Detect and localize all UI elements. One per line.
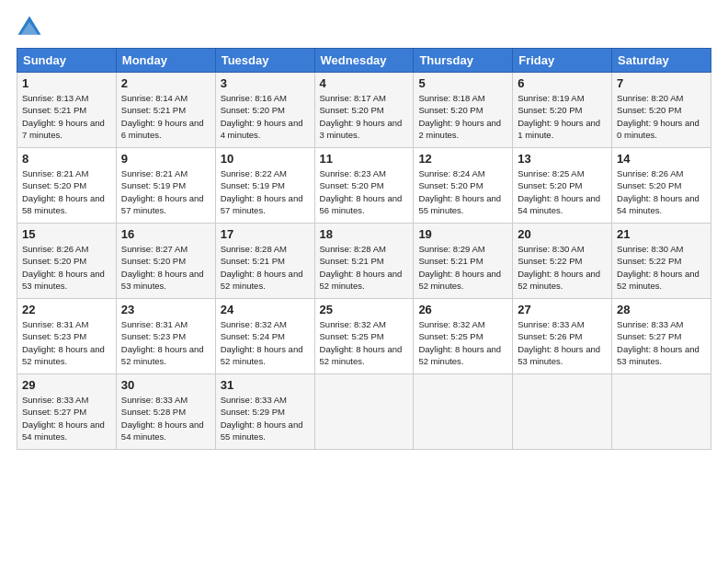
day-number: 1 xyxy=(22,76,111,90)
day-number: 12 xyxy=(418,152,507,166)
day-cell-1: 1 Sunrise: 8:13 AM Sunset: 5:21 PM Dayli… xyxy=(17,73,117,148)
day-number: 30 xyxy=(121,378,210,392)
empty-cell xyxy=(513,374,612,450)
weekday-header-saturday: Saturday xyxy=(612,49,711,73)
day-info: Sunrise: 8:21 AM Sunset: 5:19 PM Dayligh… xyxy=(121,167,210,216)
day-cell-15: 15 Sunrise: 8:26 AM Sunset: 5:20 PM Dayl… xyxy=(17,224,117,299)
day-info: Sunrise: 8:32 AM Sunset: 5:25 PM Dayligh… xyxy=(418,318,507,367)
weekday-header-wednesday: Wednesday xyxy=(314,49,414,73)
day-number: 21 xyxy=(617,227,706,241)
day-number: 2 xyxy=(121,76,210,90)
day-number: 31 xyxy=(221,378,310,392)
day-number: 3 xyxy=(221,76,310,90)
day-cell-29: 29 Sunrise: 8:33 AM Sunset: 5:27 PM Dayl… xyxy=(17,374,117,450)
day-info: Sunrise: 8:30 AM Sunset: 5:22 PM Dayligh… xyxy=(518,243,607,292)
day-cell-27: 27 Sunrise: 8:33 AM Sunset: 5:26 PM Dayl… xyxy=(513,299,612,374)
day-number: 19 xyxy=(418,227,507,241)
day-info: Sunrise: 8:20 AM Sunset: 5:20 PM Dayligh… xyxy=(617,92,706,141)
day-cell-6: 6 Sunrise: 8:19 AM Sunset: 5:20 PM Dayli… xyxy=(513,73,612,148)
day-number: 16 xyxy=(121,227,210,241)
day-info: Sunrise: 8:14 AM Sunset: 5:21 PM Dayligh… xyxy=(121,92,210,141)
empty-cell xyxy=(612,374,711,450)
day-number: 15 xyxy=(22,227,111,241)
day-cell-26: 26 Sunrise: 8:32 AM Sunset: 5:25 PM Dayl… xyxy=(414,299,513,374)
day-info: Sunrise: 8:32 AM Sunset: 5:25 PM Dayligh… xyxy=(320,318,409,367)
day-info: Sunrise: 8:32 AM Sunset: 5:24 PM Dayligh… xyxy=(221,318,310,367)
weekday-header-friday: Friday xyxy=(513,49,612,73)
day-info: Sunrise: 8:23 AM Sunset: 5:20 PM Dayligh… xyxy=(320,167,409,216)
day-cell-24: 24 Sunrise: 8:32 AM Sunset: 5:24 PM Dayl… xyxy=(215,299,314,374)
day-cell-17: 17 Sunrise: 8:28 AM Sunset: 5:21 PM Dayl… xyxy=(215,224,314,299)
day-info: Sunrise: 8:33 AM Sunset: 5:26 PM Dayligh… xyxy=(518,318,607,367)
weekday-header-row: SundayMondayTuesdayWednesdayThursdayFrid… xyxy=(17,49,711,73)
calendar-week-4: 22 Sunrise: 8:31 AM Sunset: 5:23 PM Dayl… xyxy=(17,299,711,374)
day-info: Sunrise: 8:24 AM Sunset: 5:20 PM Dayligh… xyxy=(418,167,507,216)
day-cell-11: 11 Sunrise: 8:23 AM Sunset: 5:20 PM Dayl… xyxy=(314,148,414,224)
day-cell-22: 22 Sunrise: 8:31 AM Sunset: 5:23 PM Dayl… xyxy=(17,299,117,374)
day-info: Sunrise: 8:33 AM Sunset: 5:28 PM Dayligh… xyxy=(121,394,210,442)
day-info: Sunrise: 8:25 AM Sunset: 5:20 PM Dayligh… xyxy=(518,167,607,216)
day-info: Sunrise: 8:33 AM Sunset: 5:27 PM Dayligh… xyxy=(22,394,111,442)
day-number: 9 xyxy=(121,152,210,166)
day-cell-28: 28 Sunrise: 8:33 AM Sunset: 5:27 PM Dayl… xyxy=(612,299,711,374)
day-cell-20: 20 Sunrise: 8:30 AM Sunset: 5:22 PM Dayl… xyxy=(513,224,612,299)
day-number: 23 xyxy=(121,303,210,316)
calendar-table: SundayMondayTuesdayWednesdayThursdayFrid… xyxy=(17,48,711,450)
day-number: 29 xyxy=(22,378,111,392)
day-cell-14: 14 Sunrise: 8:26 AM Sunset: 5:20 PM Dayl… xyxy=(612,148,711,224)
day-number: 22 xyxy=(22,303,111,316)
page: SundayMondayTuesdayWednesdayThursdayFrid… xyxy=(0,0,728,563)
day-number: 17 xyxy=(221,227,310,241)
day-info: Sunrise: 8:16 AM Sunset: 5:20 PM Dayligh… xyxy=(221,92,310,141)
day-info: Sunrise: 8:18 AM Sunset: 5:20 PM Dayligh… xyxy=(418,92,507,141)
day-cell-7: 7 Sunrise: 8:20 AM Sunset: 5:20 PM Dayli… xyxy=(612,73,711,148)
weekday-header-sunday: Sunday xyxy=(17,49,117,73)
day-cell-10: 10 Sunrise: 8:22 AM Sunset: 5:19 PM Dayl… xyxy=(215,148,314,224)
day-info: Sunrise: 8:17 AM Sunset: 5:20 PM Dayligh… xyxy=(320,92,409,141)
day-cell-8: 8 Sunrise: 8:21 AM Sunset: 5:20 PM Dayli… xyxy=(17,148,117,224)
day-number: 8 xyxy=(22,152,111,166)
day-number: 24 xyxy=(221,303,310,316)
day-cell-21: 21 Sunrise: 8:30 AM Sunset: 5:22 PM Dayl… xyxy=(612,224,711,299)
day-number: 6 xyxy=(518,76,607,90)
day-info: Sunrise: 8:21 AM Sunset: 5:20 PM Dayligh… xyxy=(22,167,111,216)
day-cell-2: 2 Sunrise: 8:14 AM Sunset: 5:21 PM Dayli… xyxy=(116,73,215,148)
day-number: 14 xyxy=(617,152,706,166)
day-info: Sunrise: 8:29 AM Sunset: 5:21 PM Dayligh… xyxy=(418,243,507,292)
logo xyxy=(17,15,46,40)
day-info: Sunrise: 8:31 AM Sunset: 5:23 PM Dayligh… xyxy=(121,318,210,367)
day-info: Sunrise: 8:28 AM Sunset: 5:21 PM Dayligh… xyxy=(221,243,310,292)
day-info: Sunrise: 8:28 AM Sunset: 5:21 PM Dayligh… xyxy=(320,243,409,292)
day-info: Sunrise: 8:26 AM Sunset: 5:20 PM Dayligh… xyxy=(22,243,111,292)
day-number: 27 xyxy=(518,303,607,316)
day-number: 18 xyxy=(320,227,409,241)
day-info: Sunrise: 8:26 AM Sunset: 5:20 PM Dayligh… xyxy=(617,167,706,216)
day-info: Sunrise: 8:33 AM Sunset: 5:27 PM Dayligh… xyxy=(617,318,706,367)
day-cell-30: 30 Sunrise: 8:33 AM Sunset: 5:28 PM Dayl… xyxy=(116,374,215,450)
calendar-week-5: 29 Sunrise: 8:33 AM Sunset: 5:27 PM Dayl… xyxy=(17,374,711,450)
day-cell-23: 23 Sunrise: 8:31 AM Sunset: 5:23 PM Dayl… xyxy=(116,299,215,374)
day-info: Sunrise: 8:19 AM Sunset: 5:20 PM Dayligh… xyxy=(518,92,607,141)
day-cell-16: 16 Sunrise: 8:27 AM Sunset: 5:20 PM Dayl… xyxy=(116,224,215,299)
day-cell-4: 4 Sunrise: 8:17 AM Sunset: 5:20 PM Dayli… xyxy=(314,73,414,148)
day-number: 25 xyxy=(320,303,409,316)
day-cell-19: 19 Sunrise: 8:29 AM Sunset: 5:21 PM Dayl… xyxy=(414,224,513,299)
day-cell-13: 13 Sunrise: 8:25 AM Sunset: 5:20 PM Dayl… xyxy=(513,148,612,224)
day-number: 4 xyxy=(320,76,409,90)
day-cell-31: 31 Sunrise: 8:33 AM Sunset: 5:29 PM Dayl… xyxy=(215,374,314,450)
day-number: 20 xyxy=(518,227,607,241)
day-cell-18: 18 Sunrise: 8:28 AM Sunset: 5:21 PM Dayl… xyxy=(314,224,414,299)
day-cell-12: 12 Sunrise: 8:24 AM Sunset: 5:20 PM Dayl… xyxy=(414,148,513,224)
empty-cell xyxy=(414,374,513,450)
day-number: 28 xyxy=(617,303,706,316)
calendar-week-2: 8 Sunrise: 8:21 AM Sunset: 5:20 PM Dayli… xyxy=(17,148,711,224)
day-cell-3: 3 Sunrise: 8:16 AM Sunset: 5:20 PM Dayli… xyxy=(215,73,314,148)
day-number: 13 xyxy=(518,152,607,166)
day-number: 5 xyxy=(418,76,507,90)
day-info: Sunrise: 8:27 AM Sunset: 5:20 PM Dayligh… xyxy=(121,243,210,292)
header xyxy=(17,15,711,40)
calendar-week-3: 15 Sunrise: 8:26 AM Sunset: 5:20 PM Dayl… xyxy=(17,224,711,299)
empty-cell xyxy=(314,374,414,450)
day-cell-5: 5 Sunrise: 8:18 AM Sunset: 5:20 PM Dayli… xyxy=(414,73,513,148)
day-cell-9: 9 Sunrise: 8:21 AM Sunset: 5:19 PM Dayli… xyxy=(116,148,215,224)
